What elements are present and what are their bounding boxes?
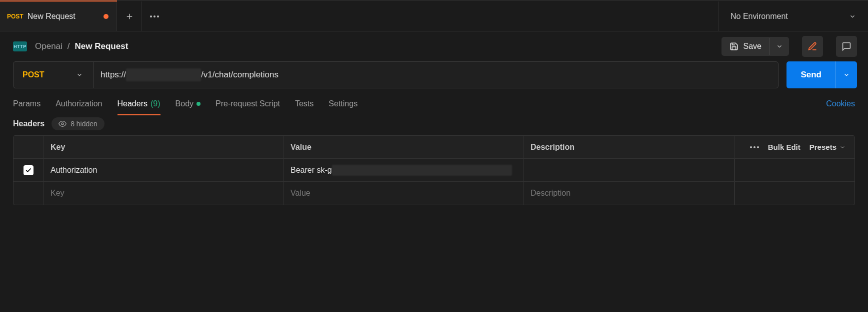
url-suffix: /v1/chat/completions <box>201 70 278 80</box>
row-checkbox[interactable] <box>24 165 34 175</box>
value-placeholder: Value <box>290 189 310 198</box>
row-actions-cell <box>734 182 854 205</box>
headers-table-header: Key Value Description Bulk Edit Presets <box>14 136 854 159</box>
chevron-down-icon <box>843 71 850 78</box>
tab-settings[interactable]: Settings <box>328 99 358 115</box>
presets-label: Presets <box>810 143 836 151</box>
save-icon <box>730 42 738 51</box>
redacted-host <box>126 68 201 81</box>
environment-label: No Environment <box>730 12 788 21</box>
environment-selector[interactable]: No Environment <box>718 1 868 31</box>
breadcrumb: Openai / New Request <box>35 41 128 51</box>
tab-authorization[interactable]: Authorization <box>56 99 102 115</box>
workspace-header: HTTP Openai / New Request Save <box>0 31 868 61</box>
row-key: Authorization <box>50 166 97 175</box>
url-prefix: https:// <box>100 70 126 80</box>
pencil-icon <box>808 41 818 51</box>
headers-title: Headers <box>13 119 44 128</box>
col-key: Key <box>44 136 284 158</box>
col-checkbox <box>14 136 44 158</box>
bulk-edit-link[interactable]: Bulk Edit <box>768 143 800 151</box>
save-button[interactable]: Save <box>722 37 770 56</box>
check-icon <box>25 167 32 174</box>
chevron-down-icon <box>840 144 846 150</box>
hidden-headers-toggle[interactable]: 8 hidden <box>52 117 104 130</box>
tab-new-request[interactable]: POST New Request <box>0 1 117 31</box>
description-placeholder: Description <box>530 189 570 198</box>
chevron-down-icon <box>849 13 856 20</box>
more-horizontal-icon[interactable] <box>750 146 759 148</box>
url-box: POST https:// /v1/chat/completions <box>13 61 778 88</box>
method-selector[interactable]: POST <box>14 62 94 88</box>
method-label: POST <box>22 70 44 79</box>
breadcrumb-separator: / <box>68 41 70 51</box>
row-actions-cell <box>734 159 854 181</box>
row-value-cell[interactable]: Bearer sk-g <box>284 159 524 181</box>
tab-tests[interactable]: Tests <box>295 99 314 115</box>
request-tabs: Params Authorization Headers (9) Body Pr… <box>0 88 868 115</box>
tab-method-badge: POST <box>7 13 24 20</box>
save-button-group: Save <box>722 37 789 56</box>
tab-params[interactable]: Params <box>13 99 40 115</box>
more-horizontal-icon <box>150 15 159 17</box>
send-label: Send <box>800 70 822 80</box>
tab-body[interactable]: Body <box>176 99 200 115</box>
new-description-input[interactable]: Description <box>524 182 734 205</box>
send-button-group: Send <box>786 61 857 88</box>
new-key-input[interactable]: Key <box>44 182 284 205</box>
headers-section-header: Headers 8 hidden <box>13 117 855 130</box>
comment-icon <box>842 41 852 51</box>
table-row: Authorization Bearer sk-g <box>14 159 854 182</box>
row-checkbox-cell <box>14 159 44 181</box>
col-actions: Bulk Edit Presets <box>734 136 854 158</box>
col-value: Value <box>284 136 524 158</box>
edit-button[interactable] <box>802 36 823 57</box>
row-checkbox-cell <box>14 182 44 205</box>
save-dropdown[interactable] <box>770 38 789 55</box>
row-value-prefix: Bearer sk-g <box>290 166 332 175</box>
tab-headers[interactable]: Headers (9) <box>118 99 160 115</box>
new-value-input[interactable]: Value <box>284 182 524 205</box>
tab-bar: POST New Request No Environment <box>0 1 868 31</box>
headers-section: Headers 8 hidden Key Value Description B… <box>0 115 868 205</box>
save-label: Save <box>744 42 762 51</box>
tab-pre-request-script[interactable]: Pre-request Script <box>216 99 280 115</box>
comments-button[interactable] <box>836 36 857 57</box>
send-button[interactable]: Send <box>786 61 836 88</box>
table-row-new: Key Value Description <box>14 182 854 205</box>
breadcrumb-current: New Request <box>75 41 128 51</box>
http-collection-icon: HTTP <box>13 41 27 51</box>
breadcrumb-workspace[interactable]: Openai <box>35 41 62 51</box>
row-key-cell[interactable]: Authorization <box>44 159 284 181</box>
url-bar: POST https:// /v1/chat/completions Send <box>0 61 868 88</box>
send-dropdown[interactable] <box>836 61 857 88</box>
cookies-link[interactable]: Cookies <box>826 99 855 115</box>
redacted-token <box>332 165 512 176</box>
key-placeholder: Key <box>50 189 64 198</box>
svg-point-2 <box>62 123 64 125</box>
unsaved-dot-icon <box>104 14 108 19</box>
chevron-down-icon <box>76 71 83 78</box>
presets-dropdown[interactable]: Presets <box>810 143 846 151</box>
body-indicator-dot-icon <box>196 102 200 106</box>
hidden-count-label: 8 hidden <box>70 120 98 128</box>
row-description-cell[interactable] <box>524 159 734 181</box>
tab-more-button[interactable] <box>142 1 167 31</box>
eye-icon <box>58 120 66 128</box>
headers-table: Key Value Description Bulk Edit Presets … <box>13 135 855 205</box>
chevron-down-icon <box>776 43 783 50</box>
headers-count: (9) <box>150 99 160 108</box>
tab-title: New Request <box>28 12 76 21</box>
url-input[interactable]: https:// /v1/chat/completions <box>94 62 778 88</box>
col-description: Description <box>524 136 734 158</box>
new-tab-button[interactable] <box>117 1 142 31</box>
